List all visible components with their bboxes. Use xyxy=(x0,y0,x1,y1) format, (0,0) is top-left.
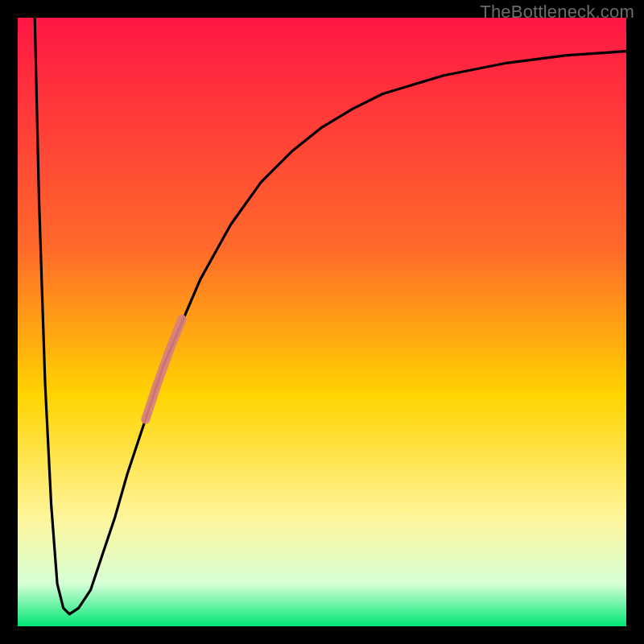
chart-frame: TheBottleneck.com xyxy=(0,0,644,644)
chart-svg xyxy=(18,18,626,626)
watermark-text: TheBottleneck.com xyxy=(480,2,634,23)
plot-area xyxy=(18,18,626,626)
